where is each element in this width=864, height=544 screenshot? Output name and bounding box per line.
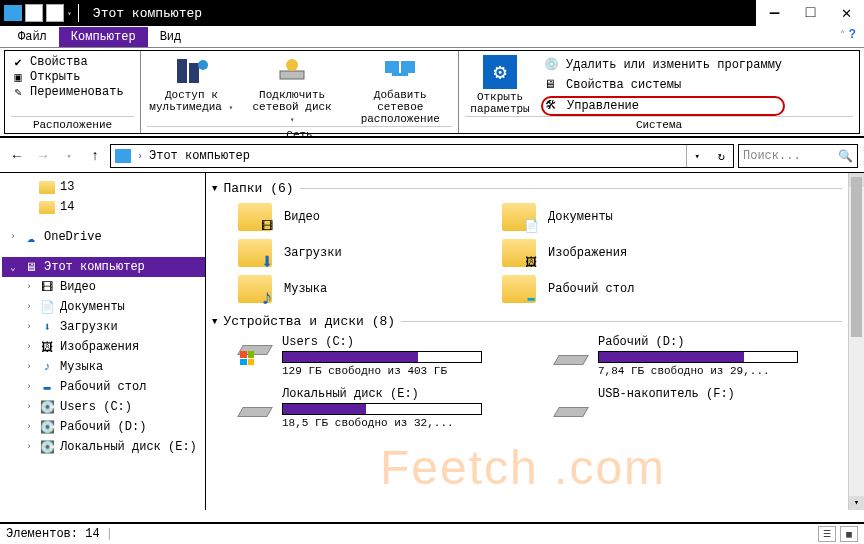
drive-c[interactable]: Users (C:) 129 ГБ свободно из 403 ГБ <box>238 335 528 377</box>
ribbon-tabs: Файл Компьютер Вид ˄? <box>0 26 864 48</box>
tree-item-desktop[interactable]: ›▬Рабочий стол <box>2 377 205 397</box>
folder-pictures[interactable]: 🖼Изображения <box>502 238 742 268</box>
map-drive-button[interactable]: Подключить сетевой диск ▾ <box>248 55 337 126</box>
refresh-icon[interactable]: ↻ <box>714 149 729 164</box>
titlebar: ▾ Этот компьютер — □ ✕ <box>0 0 864 26</box>
scroll-thumb[interactable] <box>851 177 862 337</box>
uninstall-label: Удалить или изменить программу <box>566 58 782 72</box>
open-settings-button[interactable]: ⚙ Открыть параметры <box>465 55 535 116</box>
rename-button[interactable]: ✎ Переименовать <box>11 85 134 99</box>
search-input[interactable]: Поиск... 🔍 <box>738 144 858 168</box>
tree-label: Локальный диск (E:) <box>60 440 197 454</box>
tree-item-thispc[interactable]: ⌄🖥Этот компьютер <box>2 257 205 277</box>
music-icon: ♪ <box>258 289 276 307</box>
maximize-button[interactable]: □ <box>792 0 828 26</box>
nav-back-button[interactable]: ← <box>6 145 28 167</box>
qat-button-2[interactable] <box>46 4 64 22</box>
tree-item-drive-e[interactable]: ›💽Локальный диск (E:) <box>2 437 205 457</box>
music-icon: ♪ <box>39 359 55 375</box>
drive-info: 7,84 ГБ свободно из 29,... <box>598 365 798 377</box>
open-icon: ▣ <box>11 70 25 84</box>
add-network-location-button[interactable]: Добавить сетевое расположение <box>348 55 452 126</box>
tree-item-documents[interactable]: ›📄Документы <box>2 297 205 317</box>
tree-label: Документы <box>60 300 125 314</box>
folder-desktop[interactable]: ▬Рабочий стол <box>502 274 742 304</box>
tree-item-drive-d[interactable]: ›💽Рабочий (D:) <box>2 417 205 437</box>
scroll-down-button[interactable]: ▾ <box>849 496 864 510</box>
sysprops-icon: 🖥 <box>544 77 560 93</box>
folder-documents[interactable]: 📄Документы <box>502 202 742 232</box>
tree-label: 13 <box>60 180 74 194</box>
properties-icon: ✔ <box>11 55 25 69</box>
folder-music[interactable]: ♪Музыка <box>238 274 478 304</box>
tree-item-14[interactable]: 14 <box>2 197 205 217</box>
minimize-button[interactable]: — <box>756 0 792 26</box>
drive-icon <box>554 335 588 365</box>
nav-forward-button[interactable]: → <box>32 145 54 167</box>
tree-label: Изображения <box>60 340 139 354</box>
svg-rect-6 <box>401 61 415 73</box>
properties-button[interactable]: ✔ Свойства <box>11 55 134 69</box>
drive-f[interactable]: USB-накопитель (F:) <box>554 387 844 429</box>
folder-videos[interactable]: 🎞Видео <box>238 202 478 232</box>
ribbon-help[interactable]: ˄? <box>840 28 856 42</box>
uninstall-program-button[interactable]: 💿 Удалить или изменить программу <box>541 56 785 74</box>
status-bar: Элементов: 14 | ☰ ▦ <box>0 522 864 544</box>
collapse-icon: ▼ <box>212 317 217 327</box>
tree-label: 14 <box>60 200 74 214</box>
manage-button[interactable]: 🛠 Управление <box>541 96 785 116</box>
tree-item-downloads[interactable]: ›⬇Загрузки <box>2 317 205 337</box>
drives-section-header[interactable]: ▼ Устройства и диски (8) <box>212 314 860 329</box>
tree-item-pictures[interactable]: ›🖼Изображения <box>2 337 205 357</box>
folders-section-header[interactable]: ▼ Папки (6) <box>212 181 860 196</box>
manage-label: Управление <box>567 99 639 113</box>
drive-e[interactable]: Локальный диск (E:) 18,5 ГБ свободно из … <box>238 387 528 429</box>
tree-item-music[interactable]: ›♪Музыка <box>2 357 205 377</box>
map-drive-label: Подключить сетевой диск ▾ <box>248 89 337 126</box>
close-button[interactable]: ✕ <box>828 0 864 26</box>
gear-icon: ⚙ <box>483 55 517 89</box>
qat-button-1[interactable] <box>25 4 43 22</box>
folder-downloads[interactable]: ⬇Загрузки <box>238 238 478 268</box>
system-properties-button[interactable]: 🖥 Свойства системы <box>541 76 785 94</box>
content-pane: ▴ ▾ ▼ Папки (6) 🎞Видео 📄Документы ⬇Загру… <box>206 173 864 510</box>
downloads-icon: ⬇ <box>39 319 55 335</box>
group-label-system: Система <box>465 116 853 133</box>
search-placeholder: Поиск... <box>743 149 801 163</box>
pictures-icon: 🖼 <box>39 339 55 355</box>
open-button[interactable]: ▣ Открыть <box>11 70 134 84</box>
address-path: Этот компьютер <box>149 149 250 163</box>
svg-rect-7 <box>392 73 408 76</box>
folder-label: Видео <box>284 210 320 224</box>
tree-item-onedrive[interactable]: ›☁OneDrive <box>2 227 205 247</box>
drive-label: Локальный диск (E:) <box>282 387 482 401</box>
multimedia-access-button[interactable]: Доступ к мультимедиа ▾ <box>147 55 236 126</box>
address-bar[interactable]: › Этот компьютер ▾ ↻ <box>110 144 734 168</box>
refresh-button[interactable]: ▾ <box>686 145 708 167</box>
tree-label: Users (C:) <box>60 400 132 414</box>
tab-view[interactable]: Вид <box>148 27 194 47</box>
tab-file[interactable]: Файл <box>6 27 59 47</box>
tree-item-drive-c[interactable]: ›💽Users (C:) <box>2 397 205 417</box>
drives-header-label: Устройства и диски (8) <box>223 314 395 329</box>
svg-rect-1 <box>189 63 199 83</box>
drive-icon: 💽 <box>39 399 55 415</box>
tree-label: Музыка <box>60 360 103 374</box>
folder-label: Музыка <box>284 282 327 296</box>
drive-d[interactable]: Рабочий (D:) 7,84 ГБ свободно из 29,... <box>554 335 844 377</box>
nav-recent-button[interactable]: ▾ <box>58 145 80 167</box>
view-details-button[interactable]: ☰ <box>818 526 836 542</box>
multimedia-icon <box>173 55 209 87</box>
nav-up-button[interactable]: ↑ <box>84 145 106 167</box>
tree-item-13[interactable]: 13 <box>2 177 205 197</box>
drive-label: Рабочий (D:) <box>598 335 798 349</box>
rename-icon: ✎ <box>11 85 25 99</box>
multimedia-label: Доступ к мультимедиа ▾ <box>147 89 236 114</box>
tab-computer[interactable]: Компьютер <box>59 27 148 47</box>
downloads-icon: ⬇ <box>258 253 276 271</box>
tree-item-videos[interactable]: ›🎞Видео <box>2 277 205 297</box>
view-icons-button[interactable]: ▦ <box>840 526 858 542</box>
scrollbar[interactable]: ▴ ▾ <box>848 173 864 510</box>
folder-label: Документы <box>548 210 613 224</box>
documents-icon: 📄 <box>522 217 540 235</box>
